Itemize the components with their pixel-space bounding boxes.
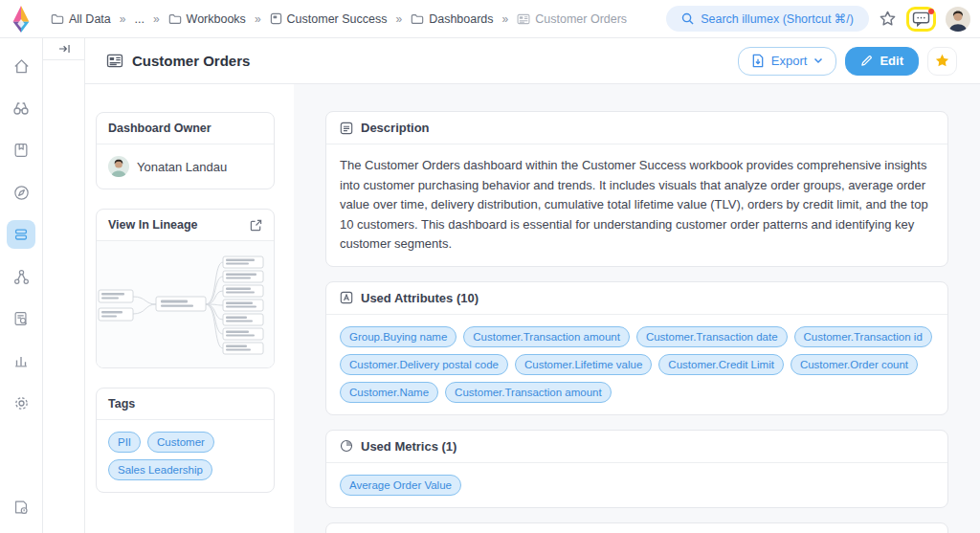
attribute-chip[interactable]: Customer.Transaction id	[794, 326, 932, 347]
collapse-panel-icon[interactable]	[43, 38, 84, 60]
chat-icon	[912, 11, 930, 27]
notification-dot	[928, 9, 934, 14]
tag-list: PIICustomerSales Leadership	[108, 432, 262, 480]
description-text: The Customer Orders dashboard within the…	[340, 156, 934, 255]
used-metrics-title: Used Metrics (1)	[361, 439, 457, 454]
owner-name: Yonatan Landau	[137, 160, 227, 174]
dashboard-icon	[517, 13, 530, 25]
page-title: Customer Orders	[132, 53, 250, 69]
breadcrumb-item-all-data[interactable]: All Data	[51, 12, 111, 26]
attribute-chip-list: Group.Buying nameCustomer.Transaction am…	[340, 326, 934, 403]
attribute-chip[interactable]: Customer.Transaction amount	[445, 382, 612, 403]
user-avatar[interactable]	[946, 7, 970, 32]
attribute-chip[interactable]: Customer.Transaction amount	[463, 326, 630, 347]
used-attributes-card: Used Attributes (10) Group.Buying nameCu…	[325, 281, 948, 415]
workbook-icon	[270, 12, 282, 25]
external-link-icon[interactable]	[250, 219, 262, 232]
global-search-input[interactable]: Search illumex (Shortcut ⌘/)	[666, 6, 869, 32]
detail-sidebar: Dashboard Owner Yonatan Landau	[85, 84, 294, 533]
dashboard-owner-card: Dashboard Owner Yonatan Landau	[96, 112, 275, 189]
attribute-chip[interactable]: Customer.Name	[340, 382, 438, 403]
sidebar-item-dashboards[interactable]	[7, 220, 35, 249]
sidebar-item-discover[interactable]	[7, 94, 35, 122]
metric-chip-list: Average Order Value	[340, 475, 934, 496]
tags-card-title: Tags	[108, 397, 135, 411]
attribute-icon	[340, 291, 353, 304]
pencil-icon	[860, 55, 873, 67]
sidebar-item-lineage[interactable]	[7, 262, 35, 291]
sidebar-item-explore[interactable]	[7, 178, 35, 207]
used-attributes-title: Used Attributes (10)	[361, 291, 479, 305]
favorites-star-icon[interactable]	[879, 10, 897, 28]
owner-row[interactable]: Yonatan Landau	[108, 156, 262, 177]
folder-icon	[51, 13, 64, 25]
tag-chip[interactable]: Sales Leadership	[108, 459, 212, 480]
folder-icon	[411, 13, 424, 25]
lineage-preview[interactable]	[97, 241, 274, 367]
tag-chip[interactable]: PII	[108, 432, 141, 453]
lineage-graph	[97, 241, 265, 367]
attribute-chip[interactable]: Customer.Transaction date	[636, 326, 788, 347]
owner-card-title: Dashboard Owner	[108, 122, 212, 135]
breadcrumb-item-customer-orders[interactable]: Customer Orders	[517, 12, 627, 26]
breadcrumb-item-dashboards[interactable]: Dashboards	[411, 12, 493, 26]
sidebar-item-glossary[interactable]	[7, 136, 35, 165]
top-nav: All Data » ... » Workbooks » Customer Su…	[0, 0, 980, 38]
description-card: Description The Customer Orders dashboar…	[325, 111, 948, 267]
breadcrumb-separator: »	[120, 12, 126, 26]
breadcrumb-item-customer-success[interactable]: Customer Success	[270, 12, 388, 26]
icon-sidebar	[0, 38, 43, 533]
chat-button[interactable]	[906, 7, 936, 32]
lineage-card-title: View In Lineage	[108, 218, 198, 232]
detail-main: Description The Customer Orders dashboar…	[294, 84, 980, 533]
favorite-toggle-button[interactable]	[927, 47, 957, 76]
breadcrumb-separator: »	[395, 12, 402, 26]
lineage-card: View In Lineage	[96, 209, 275, 368]
description-icon	[340, 122, 353, 135]
description-title: Description	[361, 121, 430, 135]
illumex-logo-icon[interactable]	[9, 5, 33, 33]
attribute-chip[interactable]: Customer.Order count	[791, 354, 918, 375]
owner-avatar	[108, 156, 129, 177]
chevron-down-icon	[813, 57, 823, 64]
topnav-actions: Search illumex (Shortcut ⌘/)	[666, 6, 970, 32]
sidebar-item-analytics[interactable]	[7, 346, 35, 375]
sidebar-item-home[interactable]	[7, 52, 35, 80]
dashboard-icon	[106, 54, 123, 68]
attribute-chip[interactable]: Customer.Credit Limit	[658, 354, 784, 375]
breadcrumb-separator: »	[153, 12, 160, 26]
breadcrumb-item-ellipsis[interactable]: ...	[134, 12, 144, 26]
breadcrumb-item-workbooks[interactable]: Workbooks	[168, 12, 246, 26]
page-header: Customer Orders Export Edit	[85, 38, 980, 84]
search-placeholder-text: Search illumex (Shortcut ⌘/)	[701, 11, 854, 26]
used-metrics-card: Used Metrics (1) Average Order Value	[325, 430, 948, 508]
export-icon	[751, 54, 765, 68]
secondary-panel	[43, 38, 85, 533]
folder-icon	[168, 13, 182, 25]
tag-chip[interactable]: Customer	[147, 432, 214, 453]
export-button[interactable]: Export	[738, 47, 837, 76]
attribute-chip[interactable]: Group.Buying name	[340, 326, 457, 347]
breadcrumb-separator: »	[502, 12, 509, 26]
sidebar-item-settings[interactable]	[7, 389, 35, 417]
metric-icon	[340, 439, 353, 453]
app-window: All Data » ... » Workbooks » Customer Su…	[0, 0, 980, 533]
edit-button[interactable]: Edit	[845, 47, 919, 76]
metric-chip[interactable]: Average Order Value	[340, 475, 461, 496]
search-icon	[681, 12, 694, 25]
attribute-chip[interactable]: Customer.Delivery postal code	[340, 354, 508, 375]
breadcrumb-separator: »	[255, 12, 261, 26]
sidebar-item-documents[interactable]	[7, 304, 35, 333]
tags-card: Tags PIICustomerSales Leadership	[96, 388, 275, 493]
breadcrumb: All Data » ... » Workbooks » Customer Su…	[51, 12, 666, 26]
visuals-card: Visuals (6) Type Name Visual Type	[325, 522, 948, 533]
attribute-chip[interactable]: Customer.Lifetime value	[515, 354, 652, 375]
sidebar-item-release-notes[interactable]	[7, 493, 35, 522]
page-actions: Export Edit	[738, 47, 957, 76]
